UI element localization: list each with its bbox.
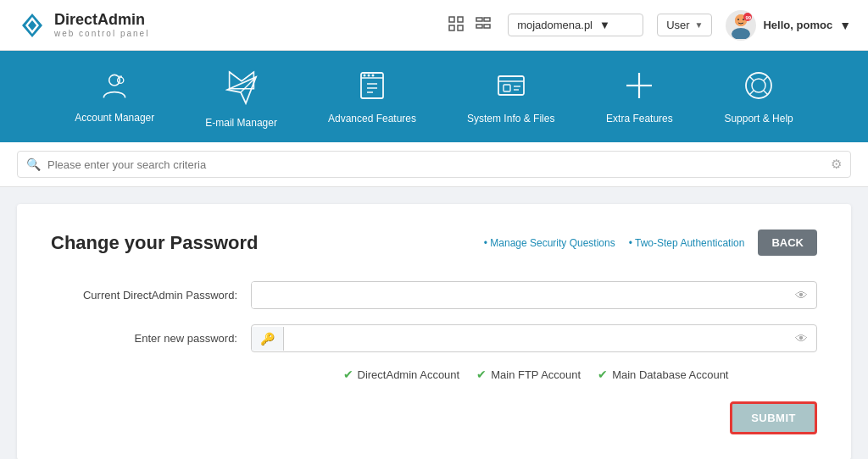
user-area[interactable]: 99 Hello, pomoc ▼: [726, 10, 851, 41]
user-role-dropdown[interactable]: User ▼: [657, 14, 712, 36]
svg-rect-36: [498, 76, 524, 95]
submit-button[interactable]: SUBMIT: [730, 401, 817, 434]
advanced-features-icon: [356, 69, 388, 106]
svg-rect-5: [449, 25, 454, 30]
nav-label-system-info: System Info & Files: [467, 113, 554, 124]
nav-label-email-manager: E-mail Manager: [205, 117, 277, 129]
svg-point-34: [368, 74, 370, 76]
nav-item-system-info[interactable]: System Info & Files: [467, 69, 554, 124]
nav-label-extra-features: Extra Features: [606, 113, 673, 124]
svg-rect-8: [484, 18, 490, 21]
new-password-prefix-icon: 🔑: [252, 327, 284, 351]
current-password-input-wrap: 👁: [251, 281, 817, 309]
page-header: Change your Password • Manage Security Q…: [51, 230, 817, 256]
app-name: DirectAdmin: [54, 12, 149, 29]
avatar: 99: [726, 10, 756, 41]
da-account-checkbox-item: ✔ DirectAdmin Account: [343, 368, 460, 381]
ftp-account-check-icon: ✔: [476, 368, 487, 381]
nav-bar: Account Manager E-mail Manager: [0, 51, 868, 142]
da-account-label[interactable]: DirectAdmin Account: [358, 368, 460, 381]
username: pomoc: [797, 19, 833, 31]
logo-icon: [17, 10, 47, 41]
svg-point-14: [737, 19, 739, 20]
sync-options-row: ✔ DirectAdmin Account ✔ Main FTP Account…: [254, 368, 817, 381]
nav-label-support-help: Support & Help: [724, 113, 793, 124]
svg-point-35: [372, 74, 375, 76]
nav-label-account-manager: Account Manager: [75, 112, 154, 124]
domain-value: mojadomena.pl: [517, 19, 593, 31]
search-bar: 🔍 ⚙: [0, 142, 868, 187]
search-input-wrap: 🔍 ⚙: [17, 151, 851, 178]
user-role-arrow: ▼: [695, 20, 704, 30]
svg-rect-3: [449, 17, 454, 22]
nav-item-advanced-features[interactable]: Advanced Features: [328, 69, 416, 124]
svg-line-48: [764, 91, 768, 95]
svg-rect-28: [361, 73, 383, 98]
main-content: Change your Password • Manage Security Q…: [17, 204, 851, 459]
svg-rect-38: [504, 85, 510, 91]
submit-row: SUBMIT: [51, 401, 817, 434]
nav-item-account-manager[interactable]: Account Manager: [75, 70, 154, 124]
user-menu-arrow: ▼: [839, 19, 851, 32]
new-password-input[interactable]: [284, 325, 787, 351]
logo-area: DirectAdmin web control panel: [17, 10, 149, 41]
manage-security-link[interactable]: • Manage Security Questions: [484, 237, 615, 249]
list-view-button[interactable]: [472, 13, 494, 38]
domain-dropdown[interactable]: mojadomena.pl ▼: [508, 14, 643, 36]
nav-item-email-manager[interactable]: E-mail Manager: [205, 64, 277, 129]
hello-text: Hello, pomoc: [763, 19, 832, 31]
grid-view-button[interactable]: [445, 13, 467, 38]
view-toggle: [445, 13, 494, 38]
da-account-check-icon: ✔: [343, 368, 353, 381]
search-input[interactable]: [47, 158, 824, 171]
svg-point-44: [752, 79, 765, 92]
current-password-input[interactable]: [252, 282, 787, 308]
current-password-eye-icon[interactable]: 👁: [787, 288, 816, 302]
svg-rect-4: [458, 17, 463, 22]
new-password-row: Enter new password: 🔑 👁: [51, 324, 817, 352]
svg-rect-9: [476, 25, 482, 28]
svg-point-18: [109, 75, 120, 86]
svg-rect-10: [484, 25, 490, 28]
svg-line-46: [764, 76, 768, 80]
page-actions: • Manage Security Questions • Two-Step A…: [484, 230, 817, 256]
settings-icon[interactable]: ⚙: [831, 157, 842, 172]
svg-line-45: [749, 76, 754, 80]
new-password-input-wrap: 🔑 👁: [251, 324, 817, 352]
nav-item-extra-features[interactable]: Extra Features: [605, 69, 673, 124]
new-password-eye-icon[interactable]: 👁: [787, 331, 816, 346]
current-password-row: Current DirectAdmin Password: 👁: [51, 281, 817, 309]
nav-label-advanced-features: Advanced Features: [328, 113, 416, 124]
new-password-label: Enter new password:: [51, 332, 237, 345]
db-account-check-icon: ✔: [598, 368, 608, 381]
svg-text:99: 99: [746, 15, 752, 20]
domain-dropdown-arrow: ▼: [599, 19, 610, 31]
system-info-icon: [495, 69, 527, 106]
nav-item-support-help[interactable]: Support & Help: [724, 69, 793, 124]
app-subtitle: web control panel: [54, 29, 149, 38]
header: DirectAdmin web control panel mojadomena…: [0, 0, 868, 51]
db-account-label[interactable]: Main Database Account: [612, 368, 728, 381]
ftp-account-label[interactable]: Main FTP Account: [491, 368, 581, 381]
email-manager-plane-icon: [225, 74, 258, 110]
svg-point-19: [118, 77, 124, 83]
db-account-checkbox-item: ✔ Main Database Account: [598, 368, 728, 381]
back-button[interactable]: BACK: [758, 230, 817, 256]
page-title: Change your Password: [51, 232, 259, 254]
svg-point-33: [364, 74, 366, 76]
two-step-auth-link[interactable]: • Two-Step Authentication: [629, 237, 745, 249]
svg-line-47: [749, 91, 754, 95]
logo-text-block: DirectAdmin web control panel: [54, 12, 149, 38]
password-form: Current DirectAdmin Password: 👁 Enter ne…: [51, 281, 817, 434]
extra-features-icon: [623, 69, 655, 106]
current-password-label: Current DirectAdmin Password:: [51, 289, 237, 301]
support-help-icon: [743, 69, 775, 106]
search-icon: 🔍: [26, 158, 41, 171]
svg-rect-7: [476, 18, 482, 21]
user-role-label: User: [666, 19, 689, 31]
svg-point-12: [732, 28, 750, 39]
ftp-account-checkbox-item: ✔ Main FTP Account: [476, 368, 581, 381]
account-manager-icon: [99, 70, 130, 105]
svg-rect-6: [458, 25, 463, 30]
